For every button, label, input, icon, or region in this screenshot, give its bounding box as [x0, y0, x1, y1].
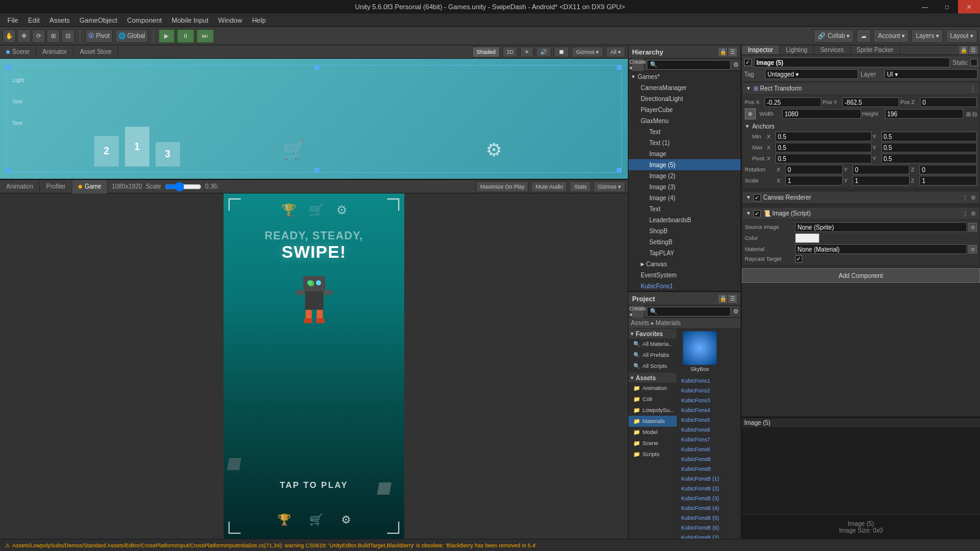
scale-tool-button[interactable]: ⊞: [47, 29, 60, 43]
mat-kubicfonsbp7[interactable]: KubicFonsB (7): [679, 533, 739, 539]
tab-profiler[interactable]: Profiler: [40, 180, 72, 193]
hierarchy-search-input[interactable]: [647, 60, 731, 70]
mat-kubicfonsbp4[interactable]: KubicFonsB (4): [679, 503, 739, 513]
hierarchy-item-text2[interactable]: Text: [628, 203, 741, 214]
proj-all-materials[interactable]: 🔍All Materia..: [628, 339, 677, 350]
proj-animation-folder[interactable]: 📁Animation: [628, 383, 677, 394]
tab-animation[interactable]: Animation: [0, 180, 40, 193]
handle-tl[interactable]: [6, 65, 11, 70]
mat-kubicfonsbp5[interactable]: KubicFonsB (5): [679, 513, 739, 523]
hierarchy-item-canvas[interactable]: ▶Canvas: [628, 258, 741, 269]
color-swatch[interactable]: [795, 233, 820, 243]
mat-kubicfons7[interactable]: KubicFons7: [679, 435, 739, 444]
minimize-button[interactable]: —: [914, 0, 936, 13]
mute-audio-button[interactable]: Mute Audio: [531, 181, 567, 192]
mat-kubicfons2[interactable]: KubicFons2: [679, 386, 739, 395]
2d-button[interactable]: 2D: [502, 47, 518, 58]
static-checkbox[interactable]: [970, 59, 978, 66]
pivot-x-field[interactable]: 0.5: [775, 154, 872, 163]
scale-x-field[interactable]: 1: [785, 176, 843, 186]
menu-assets[interactable]: Assets: [45, 13, 75, 27]
tab-sprite-packer[interactable]: Sprite Packer: [851, 45, 900, 54]
object-name-field[interactable]: Image (5): [754, 58, 950, 67]
pivot-button[interactable]: ⦿ Pivot: [85, 29, 113, 43]
handle-tc[interactable]: [314, 65, 319, 70]
project-lock-button[interactable]: 🔒: [718, 294, 727, 303]
anchor-icon[interactable]: ⊕: [745, 108, 756, 119]
window-controls[interactable]: — □ ✕: [914, 0, 980, 13]
hierarchy-item-image4[interactable]: Image (4): [628, 192, 741, 203]
layout-button[interactable]: Layout ▾: [946, 29, 978, 43]
hierarchy-menu-button[interactable]: ☰: [728, 48, 737, 56]
hierarchy-item-kubicfons1[interactable]: KubicFons1: [628, 280, 741, 291]
proj-lowpoly-folder[interactable]: 📁LowpolySu...: [628, 405, 677, 416]
handle-tr[interactable]: [617, 65, 622, 70]
mat-kubicfons8[interactable]: KubicFons8: [679, 444, 739, 454]
posy-field[interactable]: -862.5: [842, 97, 899, 107]
hierarchy-item-image5[interactable]: Image (5): [628, 159, 741, 170]
mat-kubicfonsbA[interactable]: KubicFonsB: [679, 454, 739, 464]
hierarchy-options-button[interactable]: ⚙: [733, 61, 739, 68]
collab-button[interactable]: 🔗Collab ▾: [813, 29, 854, 43]
stats-button[interactable]: Stats: [570, 181, 591, 192]
fx-toggle[interactable]: 🔲: [554, 47, 569, 58]
layer-dropdown[interactable]: UI ▾: [884, 69, 978, 79]
material-select-button[interactable]: ⊙: [968, 245, 977, 253]
move-tool-button[interactable]: ✥: [17, 29, 31, 43]
canvas-renderer-title[interactable]: ▼ ✓ Canvas Renderer ⋮ ⚙: [742, 192, 979, 204]
maximize-button[interactable]: □: [936, 0, 958, 13]
hierarchy-item-leaderboards[interactable]: LeaderboardsB: [628, 214, 741, 225]
tab-scene[interactable]: Scene: [0, 45, 36, 59]
hierarchy-item-setting[interactable]: SettingB: [628, 236, 741, 247]
maximize-on-play-button[interactable]: Maximize On Play: [476, 181, 529, 192]
menu-window[interactable]: Window: [213, 13, 247, 27]
mat-kubicfonsbp6[interactable]: KubicFonsB (6): [679, 523, 739, 533]
hierarchy-item-image2[interactable]: Image (2): [628, 170, 741, 181]
tab-services[interactable]: Services: [814, 45, 850, 54]
project-options-button[interactable]: ⚙: [733, 308, 739, 315]
close-button[interactable]: ✕: [958, 0, 980, 13]
project-create-button[interactable]: Create ▾: [631, 305, 644, 318]
play-button[interactable]: ▶: [159, 29, 175, 43]
canvas-renderer-menu[interactable]: ⋮: [962, 194, 968, 201]
hierarchy-item-tapplay[interactable]: TapPLAY: [628, 247, 741, 258]
menu-mobile-input[interactable]: Mobile Input: [167, 13, 213, 27]
mat-kubicfonsbp2[interactable]: KubicFonsB (2): [679, 484, 739, 493]
gizmos-button[interactable]: Gizmos ▾: [571, 47, 603, 58]
skybox-asset-item[interactable]: SkyBox: [680, 331, 720, 372]
rot-z-field[interactable]: 0: [919, 165, 977, 174]
image-script-enabled[interactable]: ✓: [753, 210, 761, 217]
proj-all-scripts[interactable]: 🔍All Scripts: [628, 361, 677, 372]
hierarchy-item-glaxmenu[interactable]: GlaxMenu: [628, 115, 741, 126]
material-field[interactable]: None (Material): [795, 244, 967, 254]
hierarchy-item-player[interactable]: PlayerCube: [628, 104, 741, 115]
inspector-menu-button[interactable]: ☰: [969, 46, 978, 54]
menu-file[interactable]: File: [2, 13, 23, 27]
mat-kubicfonsbp3[interactable]: KubicFonsB (3): [679, 493, 739, 503]
tab-lighting[interactable]: Lighting: [780, 45, 814, 54]
proj-model-folder[interactable]: 📁Model: [628, 427, 677, 438]
hierarchy-item-camera[interactable]: CameraManager: [628, 82, 741, 93]
hierarchy-item-shop[interactable]: ShopB: [628, 225, 741, 236]
project-search-input[interactable]: [647, 307, 731, 317]
tab-animator[interactable]: Animator: [36, 45, 74, 59]
hierarchy-item-text1[interactable]: Text: [628, 126, 741, 137]
hierarchy-lock-button[interactable]: 🔒: [718, 48, 727, 56]
source-image-field[interactable]: None (Sprite): [795, 222, 967, 232]
cloud-button[interactable]: ☁: [856, 29, 871, 43]
mat-kubicfonsbp1[interactable]: KubicFonsB (1): [679, 474, 739, 484]
lighting-toggle[interactable]: ☀: [520, 47, 533, 58]
object-enabled-checkbox[interactable]: ✓: [744, 59, 752, 66]
hierarchy-item-light[interactable]: DirectionalLight: [628, 93, 741, 104]
posx-field[interactable]: -0.25: [764, 97, 821, 107]
menu-edit[interactable]: Edit: [23, 13, 45, 27]
posz-field[interactable]: 0: [920, 97, 977, 107]
global-button[interactable]: 🌐 Global: [115, 29, 148, 43]
scale-z-field[interactable]: 1: [919, 176, 977, 186]
source-image-select-button[interactable]: ⊙: [968, 223, 977, 231]
add-component-button[interactable]: Add Component: [742, 268, 980, 283]
expand-icon[interactable]: ⊞: [966, 111, 971, 118]
max-y-field[interactable]: 0.5: [881, 143, 978, 152]
image-script-settings[interactable]: ⚙: [971, 211, 976, 217]
inspector-lock-button[interactable]: 🔒: [959, 46, 968, 54]
